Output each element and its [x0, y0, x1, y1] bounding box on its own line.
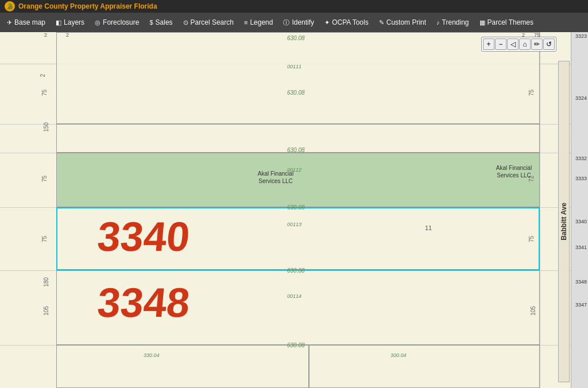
nav-parcel-search[interactable]: ⊙ Parcel Search — [179, 16, 238, 29]
ruler-top-2b: 2 — [66, 32, 69, 38]
dim-label-75c: 75 — [41, 236, 48, 242]
ruler-label-3332: 3332 — [575, 156, 587, 161]
address-3340: 3340 — [95, 213, 191, 260]
nav-ocpa-tools[interactable]: ✦ OCPA Tools — [320, 16, 373, 29]
pan-left-button[interactable]: ◁ — [507, 38, 519, 50]
logo-icon: 🐊 — [6, 3, 13, 10]
home-button[interactable]: ⌂ — [519, 38, 531, 50]
app-logo: 🐊 — [5, 1, 15, 11]
bottom-meas-left: 330.04 — [144, 352, 160, 358]
nav-legend[interactable]: ≡ Legend — [239, 16, 277, 29]
nav-custom-print-label: Custom Print — [386, 18, 426, 26]
nav-sales-label: Sales — [156, 18, 173, 26]
dim-label-2: 2 — [40, 74, 46, 77]
dim-label-105: 105 — [43, 306, 49, 316]
ruler-label-3324: 3324 — [575, 95, 587, 101]
ruler-top-2d: 75 — [534, 32, 540, 38]
map-controls: + − ◁ ⌂ ✏ ↺ — [481, 37, 556, 52]
parcel-row-bottom-right[interactable] — [309, 345, 540, 388]
nav-ocpa-tools-label: OCPA Tools — [332, 18, 369, 26]
dim-right-105: 105 — [530, 306, 536, 316]
ruler-top-2a: 2 — [44, 32, 47, 38]
ruler-label-3340: 3340 — [575, 219, 587, 224]
custom-print-icon: ✎ — [379, 19, 384, 26]
dim-label-180: 180 — [43, 277, 49, 287]
grid-vline — [540, 32, 540, 388]
top-measurement-2: 630.08 — [287, 90, 305, 96]
nav-legend-label: Legend — [250, 18, 273, 26]
dim-label-75a: 75 — [41, 90, 48, 96]
parcel-themes-icon: ▦ — [479, 19, 485, 26]
nav-identify-label: Identify — [292, 18, 314, 26]
pencil-button[interactable]: ✏ — [531, 38, 543, 50]
right-ruler: 3323 3324 3332 3333 3340 3341 3348 3347 — [571, 32, 588, 388]
top-measurement-4: 630.08 — [287, 204, 305, 211]
base-map-icon: ✈ — [7, 19, 12, 26]
nav-identify[interactable]: Ⓘ Identify — [278, 16, 319, 29]
zoom-in-button[interactable]: + — [483, 38, 494, 50]
trending-icon: ♪ — [436, 19, 440, 26]
foreclosure-icon: ◎ — [95, 19, 100, 26]
ruler-label-3341: 3341 — [575, 245, 587, 250]
layers-icon: ◧ — [56, 19, 61, 26]
legend-icon: ≡ — [244, 19, 247, 26]
zoom-out-button[interactable]: − — [495, 38, 506, 50]
nav-trending[interactable]: ♪ Trending — [432, 16, 473, 29]
nav-layers[interactable]: ◧ Layers — [51, 16, 89, 29]
ruler-top-2c: 2 — [522, 32, 525, 38]
nav-foreclosure[interactable]: ◎ Foreclosure — [90, 16, 144, 29]
app-header: 🐊 Orange County Property Appraiser Flori… — [0, 0, 588, 13]
top-measurement-3: 630.08 — [287, 147, 305, 153]
bottom-meas-right: 300.04 — [390, 352, 407, 358]
owner-label-1: Akal FinancialServices LLC — [241, 170, 310, 185]
dim-label-150: 150 — [43, 122, 49, 132]
parcel-row-1[interactable] — [56, 32, 540, 124]
identify-icon: Ⓘ — [283, 18, 289, 27]
app-title: Orange County Property Appraiser Florida — [18, 2, 157, 10]
street-label-area: Babbitt Ave — [558, 61, 570, 382]
parcel-row-bottom-left[interactable] — [56, 345, 309, 388]
parcel-id-1: 00111 — [287, 64, 301, 69]
ruler-label-3323: 3323 — [575, 33, 587, 39]
dim-label-75b: 75 — [41, 176, 48, 182]
nav-parcel-search-label: Parcel Search — [191, 18, 234, 26]
ruler-label-3347: 3347 — [575, 302, 587, 308]
parcel-id-3: 00113 — [287, 222, 301, 227]
nav-base-map[interactable]: ✈ Base map — [2, 16, 50, 29]
parcel-id-4: 00114 — [287, 293, 301, 299]
nav-custom-print[interactable]: ✎ Custom Print — [374, 16, 431, 29]
nav-base-map-label: Base map — [14, 18, 45, 26]
lot-number: 11 — [425, 224, 432, 231]
sales-icon: $ — [149, 19, 153, 26]
street-name: Babbitt Ave — [560, 203, 568, 240]
navigation-bar: ✈ Base map ◧ Layers ◎ Foreclosure $ Sale… — [0, 13, 588, 32]
top-measurement-1: 630.08 — [287, 35, 305, 41]
dim-right-75b: 75 — [528, 236, 535, 242]
nav-layers-label: Layers — [64, 18, 84, 26]
owner-label-2: Akal FinancialServices LLC — [488, 164, 540, 179]
ocpa-tools-icon: ✦ — [324, 19, 330, 26]
top-measurement-5: 630.08 — [287, 267, 305, 274]
nav-trending-label: Trending — [442, 18, 469, 26]
ruler-label-3348: 3348 — [575, 279, 587, 285]
map-canvas[interactable]: 630.08 630.08 630.08 630.08 630.08 630.0… — [0, 32, 588, 388]
nav-parcel-themes[interactable]: ▦ Parcel Themes — [475, 16, 538, 29]
nav-sales[interactable]: $ Sales — [145, 16, 177, 29]
parcel-search-icon: ⊙ — [183, 19, 188, 26]
top-measurement-6: 630.08 — [287, 342, 305, 348]
extra-control[interactable]: ↺ — [543, 38, 555, 50]
nav-parcel-themes-label: Parcel Themes — [488, 18, 533, 26]
address-3348: 3348 — [95, 279, 191, 326]
nav-foreclosure-label: Foreclosure — [103, 18, 139, 26]
dim-right-75a: 75 — [528, 90, 535, 96]
ruler-label-3333: 3333 — [575, 176, 587, 181]
